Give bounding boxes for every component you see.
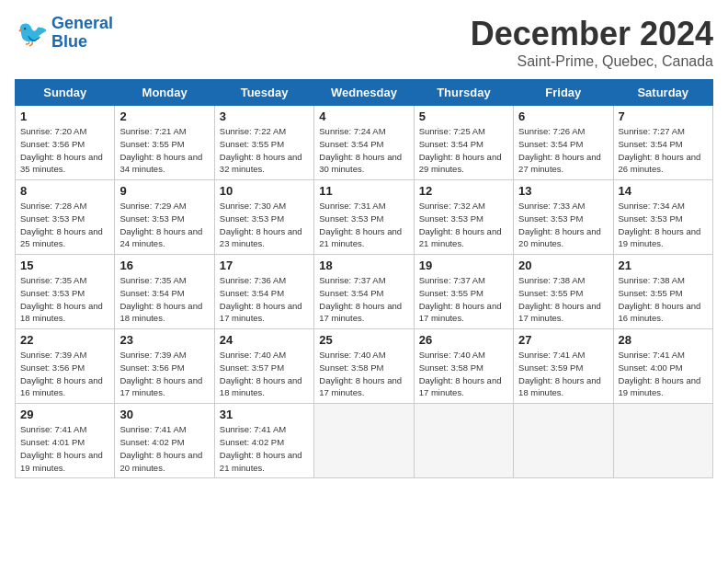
calendar-cell — [314, 404, 414, 478]
calendar-cell: 7 Sunrise: 7:27 AM Sunset: 3:54 PM Dayli… — [613, 106, 712, 180]
day-number: 3 — [220, 109, 309, 123]
day-info: Sunrise: 7:38 AM Sunset: 3:55 PM Dayligh… — [619, 274, 708, 325]
day-info: Sunrise: 7:28 AM Sunset: 3:53 PM Dayligh… — [20, 200, 109, 250]
calendar-week-3: 15 Sunrise: 7:35 AM Sunset: 3:53 PM Dayl… — [16, 255, 713, 329]
day-number: 1 — [20, 109, 109, 123]
day-number: 22 — [20, 333, 109, 347]
day-number: 6 — [518, 109, 608, 123]
day-info: Sunrise: 7:29 AM Sunset: 3:53 PM Dayligh… — [119, 200, 209, 250]
day-info: Sunrise: 7:41 AM Sunset: 4:02 PM Dayligh… — [220, 423, 309, 474]
calendar-cell: 4 Sunrise: 7:24 AM Sunset: 3:54 PM Dayli… — [314, 106, 414, 180]
day-number: 7 — [619, 109, 708, 123]
day-number: 31 — [220, 408, 309, 421]
calendar-cell: 18 Sunrise: 7:37 AM Sunset: 3:54 PM Dayl… — [314, 255, 414, 329]
day-number: 11 — [319, 184, 408, 198]
day-info: Sunrise: 7:26 AM Sunset: 3:54 PM Dayligh… — [518, 125, 608, 176]
calendar-week-1: 1 Sunrise: 7:20 AM Sunset: 3:56 PM Dayli… — [16, 106, 713, 180]
day-number: 30 — [119, 408, 209, 421]
day-info: Sunrise: 7:27 AM Sunset: 3:54 PM Dayligh… — [619, 125, 708, 176]
day-number: 25 — [319, 333, 408, 347]
calendar-cell: 11 Sunrise: 7:31 AM Sunset: 3:53 PM Dayl… — [314, 180, 414, 255]
calendar-week-2: 8 Sunrise: 7:28 AM Sunset: 3:53 PM Dayli… — [16, 180, 713, 255]
day-info: Sunrise: 7:40 AM Sunset: 3:58 PM Dayligh… — [319, 349, 408, 399]
svg-text:🐦: 🐦 — [17, 18, 48, 49]
day-info: Sunrise: 7:41 AM Sunset: 4:02 PM Dayligh… — [119, 423, 209, 474]
calendar-cell: 1 Sunrise: 7:20 AM Sunset: 3:56 PM Dayli… — [16, 106, 115, 180]
calendar-cell: 5 Sunrise: 7:25 AM Sunset: 3:54 PM Dayli… — [414, 106, 513, 180]
day-info: Sunrise: 7:40 AM Sunset: 3:57 PM Dayligh… — [220, 349, 309, 399]
day-info: Sunrise: 7:37 AM Sunset: 3:54 PM Dayligh… — [319, 274, 408, 325]
calendar-cell — [613, 404, 712, 478]
calendar-cell: 19 Sunrise: 7:37 AM Sunset: 3:55 PM Dayl… — [414, 255, 513, 329]
page-header: 🐦 General Blue December 2024 Saint-Prime… — [15, 15, 713, 70]
calendar-cell: 8 Sunrise: 7:28 AM Sunset: 3:53 PM Dayli… — [16, 180, 115, 255]
calendar-table: SundayMondayTuesdayWednesdayThursdayFrid… — [15, 79, 713, 478]
calendar-cell: 30 Sunrise: 7:41 AM Sunset: 4:02 PM Dayl… — [115, 404, 214, 478]
day-info: Sunrise: 7:35 AM Sunset: 3:54 PM Dayligh… — [119, 274, 209, 325]
calendar-cell: 15 Sunrise: 7:35 AM Sunset: 3:53 PM Dayl… — [16, 255, 115, 329]
calendar-cell: 6 Sunrise: 7:26 AM Sunset: 3:54 PM Dayli… — [514, 106, 613, 180]
title-section: December 2024 Saint-Prime, Quebec, Canad… — [471, 15, 713, 70]
day-info: Sunrise: 7:35 AM Sunset: 3:53 PM Dayligh… — [20, 274, 109, 325]
day-header-wednesday: Wednesday — [314, 80, 414, 106]
calendar-week-5: 29 Sunrise: 7:41 AM Sunset: 4:01 PM Dayl… — [16, 404, 713, 478]
day-number: 14 — [619, 184, 708, 198]
day-number: 15 — [20, 259, 109, 272]
calendar-cell: 28 Sunrise: 7:41 AM Sunset: 4:00 PM Dayl… — [613, 329, 712, 404]
day-number: 18 — [319, 259, 408, 272]
day-number: 29 — [20, 408, 109, 421]
day-number: 2 — [119, 109, 209, 123]
calendar-cell: 16 Sunrise: 7:35 AM Sunset: 3:54 PM Dayl… — [115, 255, 214, 329]
logo-text: General Blue — [51, 15, 113, 52]
calendar-cell: 2 Sunrise: 7:21 AM Sunset: 3:55 PM Dayli… — [115, 106, 214, 180]
day-number: 27 — [518, 333, 608, 347]
day-number: 23 — [119, 333, 209, 347]
day-number: 17 — [220, 259, 309, 272]
day-number: 9 — [119, 184, 209, 198]
day-info: Sunrise: 7:38 AM Sunset: 3:55 PM Dayligh… — [518, 274, 608, 325]
calendar-header-row: SundayMondayTuesdayWednesdayThursdayFrid… — [16, 80, 713, 106]
day-info: Sunrise: 7:37 AM Sunset: 3:55 PM Dayligh… — [419, 274, 508, 325]
day-info: Sunrise: 7:39 AM Sunset: 3:56 PM Dayligh… — [20, 349, 109, 399]
calendar-cell: 31 Sunrise: 7:41 AM Sunset: 4:02 PM Dayl… — [214, 404, 313, 478]
day-number: 26 — [419, 333, 508, 347]
day-info: Sunrise: 7:40 AM Sunset: 3:58 PM Dayligh… — [419, 349, 508, 399]
day-header-thursday: Thursday — [414, 80, 513, 106]
calendar-cell: 26 Sunrise: 7:40 AM Sunset: 3:58 PM Dayl… — [414, 329, 513, 404]
calendar-cell: 17 Sunrise: 7:36 AM Sunset: 3:54 PM Dayl… — [214, 255, 313, 329]
day-info: Sunrise: 7:22 AM Sunset: 3:55 PM Dayligh… — [220, 125, 309, 176]
calendar-cell: 29 Sunrise: 7:41 AM Sunset: 4:01 PM Dayl… — [16, 404, 115, 478]
day-info: Sunrise: 7:41 AM Sunset: 3:59 PM Dayligh… — [518, 349, 608, 399]
calendar-cell: 14 Sunrise: 7:34 AM Sunset: 3:53 PM Dayl… — [613, 180, 712, 255]
calendar-cell: 27 Sunrise: 7:41 AM Sunset: 3:59 PM Dayl… — [514, 329, 613, 404]
day-header-sunday: Sunday — [16, 80, 115, 106]
day-number: 16 — [119, 259, 209, 272]
day-info: Sunrise: 7:33 AM Sunset: 3:53 PM Dayligh… — [518, 200, 608, 250]
day-info: Sunrise: 7:24 AM Sunset: 3:54 PM Dayligh… — [319, 125, 408, 176]
calendar-cell: 21 Sunrise: 7:38 AM Sunset: 3:55 PM Dayl… — [613, 255, 712, 329]
calendar-cell — [514, 404, 613, 478]
day-header-friday: Friday — [514, 80, 613, 106]
calendar-cell: 23 Sunrise: 7:39 AM Sunset: 3:56 PM Dayl… — [115, 329, 214, 404]
day-info: Sunrise: 7:25 AM Sunset: 3:54 PM Dayligh… — [419, 125, 508, 176]
day-info: Sunrise: 7:41 AM Sunset: 4:01 PM Dayligh… — [20, 423, 109, 474]
day-number: 19 — [419, 259, 508, 272]
calendar-cell: 12 Sunrise: 7:32 AM Sunset: 3:53 PM Dayl… — [414, 180, 513, 255]
calendar-body: 1 Sunrise: 7:20 AM Sunset: 3:56 PM Dayli… — [16, 106, 713, 478]
logo-icon: 🐦 — [15, 17, 48, 50]
day-info: Sunrise: 7:41 AM Sunset: 4:00 PM Dayligh… — [619, 349, 708, 399]
day-number: 10 — [220, 184, 309, 198]
day-number: 12 — [419, 184, 508, 198]
day-info: Sunrise: 7:32 AM Sunset: 3:53 PM Dayligh… — [419, 200, 508, 250]
calendar-cell: 13 Sunrise: 7:33 AM Sunset: 3:53 PM Dayl… — [514, 180, 613, 255]
day-number: 8 — [20, 184, 109, 198]
day-info: Sunrise: 7:39 AM Sunset: 3:56 PM Dayligh… — [119, 349, 209, 399]
day-info: Sunrise: 7:21 AM Sunset: 3:55 PM Dayligh… — [119, 125, 209, 176]
day-number: 20 — [518, 259, 608, 272]
day-info: Sunrise: 7:31 AM Sunset: 3:53 PM Dayligh… — [319, 200, 408, 250]
day-number: 5 — [419, 109, 508, 123]
day-number: 21 — [619, 259, 708, 272]
calendar-cell: 10 Sunrise: 7:30 AM Sunset: 3:53 PM Dayl… — [214, 180, 313, 255]
day-info: Sunrise: 7:30 AM Sunset: 3:53 PM Dayligh… — [220, 200, 309, 250]
calendar-week-4: 22 Sunrise: 7:39 AM Sunset: 3:56 PM Dayl… — [16, 329, 713, 404]
